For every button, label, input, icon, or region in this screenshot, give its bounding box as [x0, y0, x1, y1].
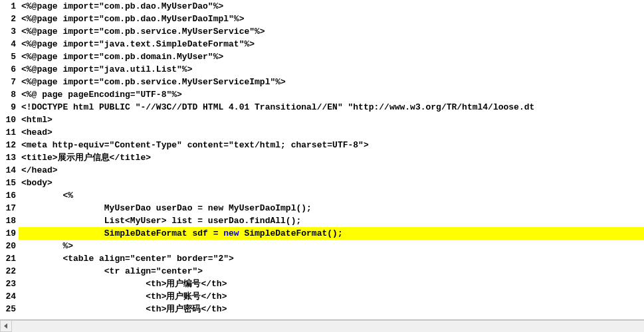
code-content: <tr align="center"> [19, 265, 644, 278]
line-number: 8 [0, 88, 19, 101]
code-content: <th>用户账号</th> [19, 290, 644, 303]
code-line[interactable]: 13<title>展示用户信息</title> [0, 151, 644, 164]
line-number: 17 [0, 202, 19, 214]
code-line[interactable]: 1<%@page import="com.pb.dao.MyUserDao"%> [0, 0, 644, 13]
code-line[interactable]: 3<%@page import="com.pb.service.MyUserSe… [0, 25, 644, 38]
code-line[interactable]: 5<%@page import="com.pb.domain.MyUser"%> [0, 50, 644, 63]
line-number: 12 [0, 139, 19, 151]
code-content: <%@page import="com.pb.service.MyUserSer… [19, 25, 644, 38]
code-line[interactable]: 11<head> [0, 126, 644, 139]
line-number: 20 [0, 240, 19, 252]
line-number: 7 [0, 76, 19, 88]
code-content: </head> [19, 164, 644, 177]
code-content: <head> [19, 126, 644, 139]
code-line[interactable]: 17 MyUserDao userDao = new MyUserDaoImpl… [0, 202, 644, 214]
code-content: <!DOCTYPE html PUBLIC "-//W3C//DTD HTML … [19, 101, 644, 114]
line-number: 9 [0, 101, 19, 114]
code-line[interactable]: 20 %> [0, 240, 644, 252]
line-number: 14 [0, 164, 19, 177]
line-number: 16 [0, 189, 19, 202]
code-content: %> [19, 240, 644, 252]
line-number: 24 [0, 290, 19, 303]
line-number: 23 [0, 278, 19, 290]
line-number: 22 [0, 265, 19, 278]
line-number: 2 [0, 13, 19, 25]
scroll-left-button[interactable] [0, 320, 12, 332]
code-content: <th>用户编号</th> [19, 278, 644, 290]
line-number: 25 [0, 303, 19, 315]
code-line[interactable]: 12<meta http-equiv="Content-Type" conten… [0, 139, 644, 151]
line-number: 21 [0, 252, 19, 265]
code-line[interactable]: 2<%@page import="com.pb.dao.MyUserDaoImp… [0, 13, 644, 25]
line-number: 13 [0, 151, 19, 164]
line-number: 1 [0, 0, 19, 13]
code-line[interactable]: 15<body> [0, 177, 644, 189]
code-content: List<MyUser> list = userDao.findAll(); [19, 214, 644, 227]
code-content: <html> [19, 114, 644, 126]
code-content: <meta http-equiv="Content-Type" content=… [19, 139, 644, 151]
code-line[interactable]: 4<%@page import="java.text.SimpleDateFor… [0, 38, 644, 50]
code-content: <%@page import="com.pb.service.MyUserSer… [19, 76, 644, 88]
code-line[interactable]: 16 <% [0, 189, 644, 202]
code-line[interactable]: 22 <tr align="center"> [0, 265, 644, 278]
code-line[interactable]: 24 <th>用户账号</th> [0, 290, 644, 303]
line-number: 3 [0, 25, 19, 38]
code-content: <%@page import="com.pb.dao.MyUserDao"%> [19, 0, 644, 13]
code-content: <body> [19, 177, 644, 189]
line-number: 5 [0, 50, 19, 63]
code-line[interactable]: 21 <table align="center" border="2"> [0, 252, 644, 265]
line-number: 15 [0, 177, 19, 189]
code-content: MyUserDao userDao = new MyUserDaoImpl(); [19, 202, 644, 214]
triangle-left-icon [3, 323, 9, 329]
line-number: 19 [0, 227, 19, 240]
code-content: <title>展示用户信息</title> [19, 151, 644, 164]
code-content: <%@page import="java.text.SimpleDateForm… [19, 38, 644, 50]
code-line[interactable]: 19 SimpleDateFormat sdf = new SimpleDate… [0, 227, 644, 240]
code-line[interactable]: 6<%@page import="java.util.List"%> [0, 63, 644, 76]
code-content: <%@page import="com.pb.domain.MyUser"%> [19, 50, 644, 63]
line-number: 6 [0, 63, 19, 76]
code-editor[interactable]: 1<%@page import="com.pb.dao.MyUserDao"%>… [0, 0, 644, 315]
code-line[interactable]: 14</head> [0, 164, 644, 177]
code-content: <%@ page pageEncoding="UTF-8"%> [19, 88, 644, 101]
code-content: <table align="center" border="2"> [19, 252, 644, 265]
code-line[interactable]: 18 List<MyUser> list = userDao.findAll()… [0, 214, 644, 227]
horizontal-scrollbar-track[interactable] [12, 320, 644, 332]
code-line[interactable]: 7<%@page import="com.pb.service.MyUserSe… [0, 76, 644, 88]
code-line[interactable]: 25 <th>用户密码</th> [0, 303, 644, 315]
code-content: <% [19, 189, 644, 202]
line-number: 18 [0, 214, 19, 227]
line-number: 10 [0, 114, 19, 126]
code-line[interactable]: 9<!DOCTYPE html PUBLIC "-//W3C//DTD HTML… [0, 101, 644, 114]
code-line[interactable]: 8<%@ page pageEncoding="UTF-8"%> [0, 88, 644, 101]
code-content: SimpleDateFormat sdf = new SimpleDateFor… [19, 227, 644, 240]
code-content: <th>用户密码</th> [19, 303, 644, 315]
code-content: <%@page import="com.pb.dao.MyUserDaoImpl… [19, 13, 644, 25]
code-content: <%@page import="java.util.List"%> [19, 63, 644, 76]
line-number: 4 [0, 38, 19, 50]
code-line[interactable]: 23 <th>用户编号</th> [0, 278, 644, 290]
code-line[interactable]: 10<html> [0, 114, 644, 126]
line-number: 11 [0, 126, 19, 139]
